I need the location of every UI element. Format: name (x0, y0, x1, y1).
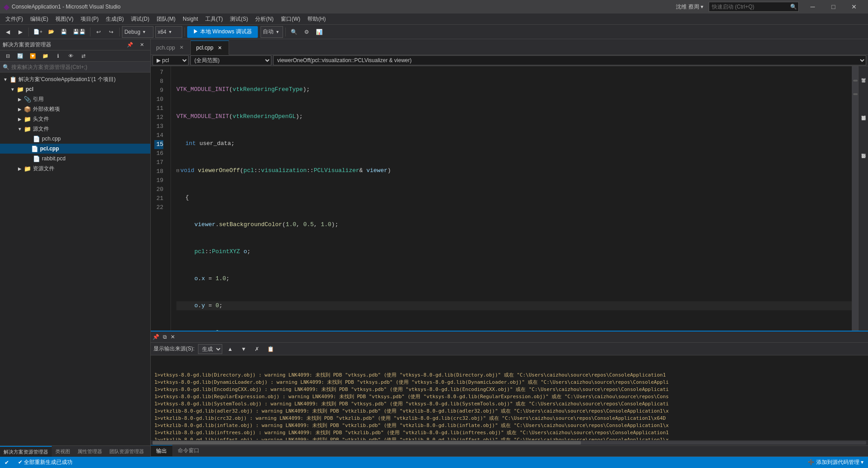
tree-item-pcl[interactable]: ▼ 📁 pcl (0, 84, 150, 94)
toolbar-forward-btn[interactable]: ▶ (14, 26, 26, 38)
debug-config-dropdown[interactable]: Debug▼ (122, 26, 153, 38)
se-close-btn[interactable]: ✕ (136, 39, 148, 50)
editor-inner: 7891011 1213141516 171819202122 VTK_MODU… (151, 66, 868, 331)
tree-arrow-pcl: ▼ (9, 86, 16, 93)
se-collapse-btn[interactable]: ⊟ (2, 50, 13, 62)
maximize-button[interactable]: □ (823, 0, 844, 14)
se-search-input[interactable] (11, 64, 148, 70)
bottom-float-btn[interactable]: ⧉ (161, 334, 169, 340)
se-search-bar: 🔍 (0, 62, 150, 73)
output-toolbar-btn2[interactable]: ▼ (238, 343, 249, 355)
add-to-source-control-btn[interactable]: ➕ 添加到源代码管理 ▾ (808, 459, 864, 466)
quick-launch-input[interactable] (709, 2, 799, 12)
tab-solution-explorer-bottom[interactable]: 解决方案资源管理器 (0, 446, 52, 457)
menu-item-d[interactable]: 调试(D) (127, 14, 153, 25)
tab-team-explorer[interactable]: 团队资源管理器 (106, 446, 148, 457)
tree-icon-externaldeps: 📦 (23, 105, 31, 113)
tree-icon-pcl-cpp: 📄 (31, 145, 39, 153)
se-preview-btn[interactable]: 👁 (65, 50, 76, 62)
output-toolbar-btn1[interactable]: ▲ (224, 343, 236, 355)
menu-item-m[interactable]: 团队(M) (153, 14, 179, 25)
se-filter-btn[interactable]: 🔽 (27, 50, 39, 62)
menu-item-s[interactable]: 测试(S) (226, 14, 252, 25)
symbol-selector[interactable]: (全局范围) (190, 55, 271, 65)
tree-label-pcl-cpp: pcl.cpp (40, 145, 59, 152)
toolbar-new-btn[interactable]: 📄+ (31, 26, 45, 38)
toolbar-save-btn[interactable]: 💾 (58, 26, 70, 38)
menu-item-t[interactable]: 工具(T) (202, 14, 226, 25)
tree-item-pch[interactable]: ▶ 📄 pch.cpp (0, 134, 150, 144)
tab-pch[interactable]: pch.cpp ✕ (151, 40, 191, 55)
output-source-select[interactable]: 生成 (198, 344, 222, 354)
menu-item-p[interactable]: 项目(P) (77, 14, 102, 25)
menu-item-w[interactable]: 窗口(W) (277, 14, 304, 25)
tab-output[interactable]: 输出 (151, 445, 172, 456)
menu-item-v[interactable]: 视图(V) (52, 14, 77, 25)
tree-label-resources: 资源文件 (33, 165, 54, 173)
tree-item-headers[interactable]: ▶ 📁 头文件 (0, 114, 150, 124)
se-showfiles-btn[interactable]: 📁 (40, 50, 51, 62)
run-button[interactable]: ▶ 本地 Windows 调试器 (187, 26, 258, 38)
se-properties-btn[interactable]: ℹ (52, 50, 64, 62)
tab-command-window[interactable]: 命令窗口 (172, 445, 205, 456)
right-icon-team[interactable]: 团队资源管理器 (859, 106, 868, 142)
output-content[interactable]: 1>vtksys-8.0-gd.lib(Directory.obj) : war… (151, 355, 868, 440)
function-selector[interactable]: viewerOneOff(pcl::visualization::PCLVisu… (273, 55, 866, 65)
toolbar-extra2[interactable]: ⚙ (301, 26, 312, 38)
se-pin-btn[interactable]: 📌 (124, 39, 136, 50)
scrollbar-gutter[interactable] (852, 66, 858, 331)
auto-dropdown[interactable]: 自动▼ (261, 26, 283, 38)
tree-item-rabbit[interactable]: ▶ 📄 rabbit.pcd (0, 154, 150, 164)
titlebar-user[interactable]: 沈维 蔡周 ▾ (676, 3, 703, 11)
tab-pch-close[interactable]: ✕ (178, 44, 185, 51)
toolbar-extra3[interactable]: 📊 (313, 26, 325, 38)
platform-dropdown[interactable]: x64▼ (155, 26, 182, 38)
output-toolbar-btn3[interactable]: ✗ (251, 343, 263, 355)
code-lines[interactable]: VTK_MODULE_INIT(vtkRenderingFreeType); V… (171, 66, 852, 331)
toolbar-open-btn[interactable]: 📂 (45, 26, 57, 38)
se-sync-btn[interactable]: ⇄ (77, 50, 89, 62)
toolbar-redo-btn[interactable]: ↪ (105, 26, 117, 38)
output-line: 1>vtksys-8.0-gd.lib(Directory.obj) : war… (154, 372, 864, 379)
code-container[interactable]: 7891011 1213141516 171819202122 VTK_MODU… (151, 66, 858, 331)
close-button[interactable]: ✕ (844, 0, 864, 14)
se-refresh-btn[interactable]: 🔄 (14, 50, 26, 62)
right-icon-props[interactable]: 属性管理器 (859, 144, 868, 180)
tree-item-externaldeps[interactable]: ▶ 📦 外部依赖项 (0, 104, 150, 114)
status-text: ✔ 全部重新生成已成功 (18, 459, 72, 466)
output-toolbar-btn4[interactable]: 📋 (265, 343, 276, 355)
menu-item-n[interactable]: 分析(N) (252, 14, 277, 25)
tree-item-pcl-cpp[interactable]: ▶ 📄 pcl.cpp (0, 144, 150, 154)
menu-item-b[interactable]: 生成(B) (102, 14, 127, 25)
menu-item-f[interactable]: 文件(F) (2, 14, 27, 25)
tree-item-solution[interactable]: ▼ 📋 解决方案'ConsoleApplication1'(1 个项目) (0, 74, 150, 84)
toolbar-undo-btn[interactable]: ↩ (93, 26, 104, 38)
bottom-pin-btn[interactable]: 📌 (151, 334, 161, 340)
code-line-11: { (176, 193, 852, 202)
tab-pcl-close[interactable]: ✕ (216, 44, 223, 51)
line-number-block: 7891011 1213141516 171819202122 (154, 67, 167, 212)
tree-item-sourcefiles[interactable]: ▼ 📁 源文件 (0, 124, 150, 134)
line-numbers: 7891011 1213141516 171819202122 (151, 66, 171, 331)
tab-class-view[interactable]: 类视图 (52, 446, 74, 457)
scope-selector[interactable]: ▶ pcl (153, 55, 189, 65)
menu-item-nsight[interactable]: Nsight (179, 14, 202, 25)
tree-label-pch: pch.cpp (42, 136, 61, 142)
solution-explorer: 解决方案资源管理器 📌 ✕ ⊟ 🔄 🔽 📁 ℹ 👁 ⇄ 🔍 ▼ 📋 解决方案'C… (0, 39, 151, 457)
tree-label-rabbit: rabbit.pcd (42, 155, 66, 162)
toolbar-extra1[interactable]: 🔍 (288, 26, 300, 38)
toolbar-save-all-btn[interactable]: 💾💾 (71, 26, 88, 38)
tab-property-manager[interactable]: 属性管理器 (74, 446, 106, 457)
toolbar-back-btn[interactable]: ◀ (2, 26, 13, 38)
right-icon-toolbox[interactable]: 工具箱 (859, 68, 868, 104)
menu-item-h[interactable]: 帮助(H) (304, 14, 329, 25)
tree-item-resources[interactable]: ▶ 📁 资源文件 (0, 164, 150, 173)
toolbar: ◀ ▶ 📄+ 📂 💾 💾💾 ↩ ↪ Debug▼ x64▼ ▶ 本地 Windo… (0, 25, 868, 39)
output-scrollbar-h[interactable] (151, 440, 868, 445)
minimize-button[interactable]: ─ (802, 0, 823, 14)
menu-item-e[interactable]: 编辑(E) (27, 14, 52, 25)
tree-label-headers: 头文件 (33, 115, 49, 123)
tree-item-references[interactable]: ▶ 📎 引用 (0, 94, 150, 104)
bottom-close-btn[interactable]: ✕ (169, 334, 177, 340)
tab-pcl[interactable]: pcl.cpp ✕ (191, 41, 229, 55)
